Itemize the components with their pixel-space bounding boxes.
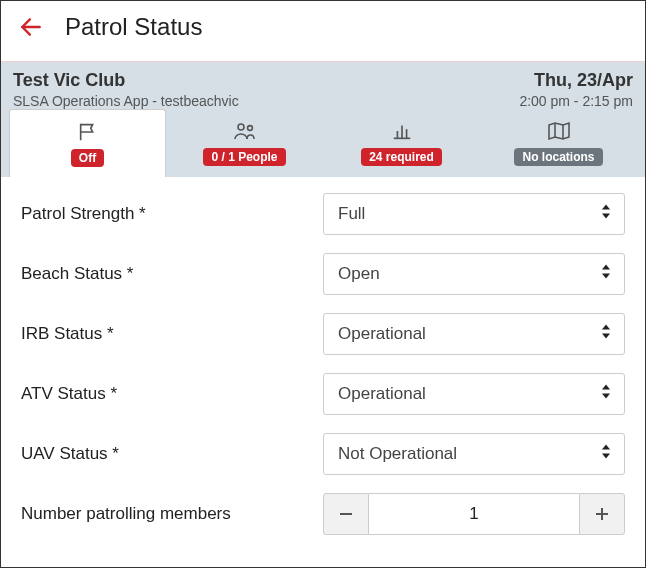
chevron-up-down-icon [600,204,612,225]
row-patrol-strength: Patrol Strength * Full [21,193,625,235]
svg-point-2 [247,126,252,131]
select-irb-status-value: Operational [338,324,426,344]
svg-marker-19 [602,454,610,459]
stepper-increment[interactable] [579,493,625,535]
row-beach-status: Beach Status * Open [21,253,625,295]
svg-marker-18 [602,445,610,450]
select-beach-status-value: Open [338,264,380,284]
label-beach-status: Beach Status * [21,264,323,284]
row-members: Number patrolling members 1 [21,493,625,535]
back-arrow-icon [18,14,44,40]
patrol-date: Thu, 23/Apr [519,70,633,91]
context-header: Test Vic Club SLSA Operations App - test… [1,62,645,109]
label-members: Number patrolling members [21,504,323,524]
chevron-up-down-icon [600,324,612,345]
select-irb-status[interactable]: Operational [323,313,625,355]
svg-marker-13 [602,274,610,279]
svg-marker-15 [602,334,610,339]
back-button[interactable] [15,11,47,43]
context-right: Thu, 23/Apr 2:00 pm - 2:15 pm [519,70,633,109]
chevron-up-down-icon [600,384,612,405]
bar-chart-icon [391,120,413,142]
select-uav-status-value: Not Operational [338,444,457,464]
app-root: Patrol Status Test Vic Club SLSA Operati… [0,0,646,568]
app-subtitle: SLSA Operations App - testbeachvic [13,93,239,109]
label-uav-status: UAV Status * [21,444,323,464]
map-icon [547,120,571,142]
patrol-time: 2:00 pm - 2:15 pm [519,93,633,109]
stepper-members: 1 [323,493,625,535]
stepper-value[interactable]: 1 [369,493,579,535]
select-atv-status[interactable]: Operational [323,373,625,415]
tab-stats[interactable]: 24 required [323,109,480,177]
select-atv-status-value: Operational [338,384,426,404]
svg-point-1 [238,124,244,130]
people-icon [232,120,258,142]
topbar: Patrol Status [1,1,645,62]
svg-marker-16 [602,385,610,390]
svg-marker-10 [602,205,610,210]
row-uav-status: UAV Status * Not Operational [21,433,625,475]
select-patrol-strength[interactable]: Full [323,193,625,235]
tab-locations[interactable]: No locations [480,109,637,177]
tab-status-badge: Off [71,149,104,167]
minus-icon [338,506,354,522]
tab-stats-badge: 24 required [361,148,442,166]
club-name: Test Vic Club [13,70,239,91]
select-beach-status[interactable]: Open [323,253,625,295]
flag-icon [77,121,99,143]
tab-people[interactable]: 0 / 1 People [166,109,323,177]
tab-status[interactable]: Off [9,109,166,177]
svg-marker-7 [549,123,569,139]
svg-marker-11 [602,214,610,219]
chevron-up-down-icon [600,264,612,285]
label-irb-status: IRB Status * [21,324,323,344]
plus-icon [594,506,610,522]
select-patrol-strength-value: Full [338,204,365,224]
tab-locations-badge: No locations [514,148,602,166]
row-atv-status: ATV Status * Operational [21,373,625,415]
page-title: Patrol Status [65,13,202,41]
svg-marker-14 [602,325,610,330]
chevron-up-down-icon [600,444,612,465]
label-atv-status: ATV Status * [21,384,323,404]
svg-marker-12 [602,265,610,270]
tabbar: Off 0 / 1 People 24 required No location… [1,109,645,177]
select-uav-status[interactable]: Not Operational [323,433,625,475]
label-patrol-strength: Patrol Strength * [21,204,323,224]
row-irb-status: IRB Status * Operational [21,313,625,355]
context-left: Test Vic Club SLSA Operations App - test… [13,70,239,109]
svg-marker-17 [602,394,610,399]
stepper-decrement[interactable] [323,493,369,535]
form: Patrol Strength * Full Beach Status * Op… [1,177,645,567]
tab-people-badge: 0 / 1 People [203,148,285,166]
